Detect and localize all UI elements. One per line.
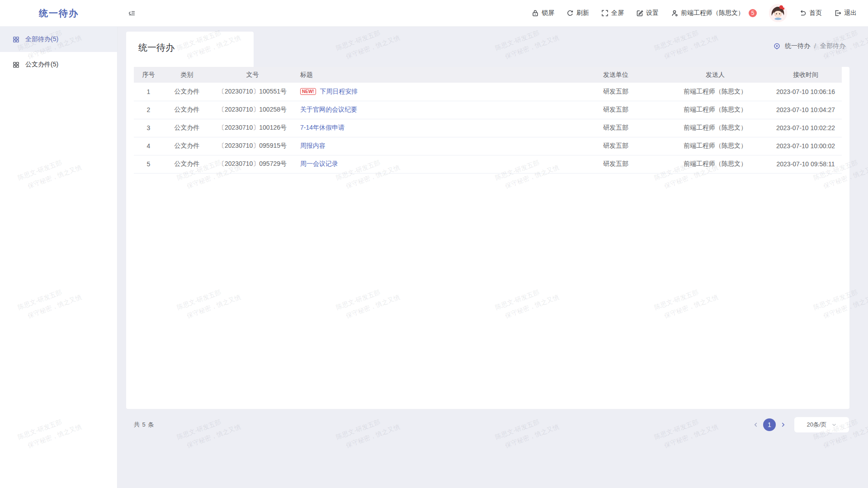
- grid-icon: [13, 36, 19, 43]
- cell-time: 2023-07-10 10:02:22: [769, 119, 842, 137]
- main-content: 统一待办 / 全部待办 统一待办 序号 类别 文号 标题 发送单位: [118, 27, 868, 488]
- top-header-bar: 统一待办 锁屏: [0, 0, 868, 27]
- document-title-link[interactable]: 周一会议记录: [300, 160, 338, 167]
- refresh-label: 刷新: [576, 9, 589, 17]
- page-size-select[interactable]: 20条/页: [794, 417, 849, 432]
- prev-page-button[interactable]: [753, 422, 759, 428]
- grid-icon: [13, 61, 19, 68]
- cell-doc-no: 〔20230710〕100551号: [211, 83, 294, 101]
- cell-sender: 前端工程师（陈思文）: [661, 137, 769, 155]
- next-page-button[interactable]: [780, 422, 786, 428]
- cell-sender: 前端工程师（陈思文）: [661, 101, 769, 119]
- cell-unit: 研发五部: [571, 83, 661, 101]
- cell-category: 公文办件: [163, 119, 211, 137]
- user-icon: [671, 9, 678, 17]
- todo-table-card: 序号 类别 文号 标题 发送单位 发送人 接收时间 1 公文办件 〔202307…: [126, 67, 849, 409]
- col-header-category: 类别: [163, 67, 211, 83]
- home-back-icon: [799, 9, 807, 17]
- cell-unit: 研发五部: [571, 101, 661, 119]
- cell-index: 1: [134, 83, 163, 101]
- sidebar-collapse-button[interactable]: [128, 9, 135, 17]
- cell-category: 公文办件: [163, 83, 211, 101]
- document-title-link[interactable]: 下周日程安排: [320, 88, 358, 95]
- cell-unit: 研发五部: [571, 155, 661, 173]
- cell-index: 5: [134, 155, 163, 173]
- page-title: 统一待办: [126, 32, 254, 54]
- col-header-index: 序号: [134, 67, 163, 83]
- page-number-button[interactable]: 1: [763, 418, 776, 431]
- menu-fold-icon: [128, 9, 135, 17]
- sidebar-item-document-work[interactable]: 公文办件(5): [0, 52, 117, 77]
- edit-settings-icon: [636, 9, 643, 17]
- lock-screen-button[interactable]: 锁屏: [532, 9, 554, 17]
- sidebar-item-label: 公文办件(5): [25, 61, 58, 69]
- cell-sender: 前端工程师（陈思文）: [661, 155, 769, 173]
- breadcrumb-item-current: 全部待办: [820, 42, 845, 50]
- col-header-sender: 发送人: [661, 67, 769, 83]
- fullscreen-label: 全屏: [611, 9, 624, 17]
- col-header-title: 标题: [294, 67, 571, 83]
- cell-unit: 研发五部: [571, 137, 661, 155]
- sidebar-nav: 全部待办(5) 公文办件(5): [0, 27, 118, 488]
- settings-button[interactable]: 设置: [636, 9, 659, 17]
- cell-time: 2023-07-10 10:06:16: [769, 83, 842, 101]
- sidebar-item-label: 全部待办(5): [25, 35, 58, 43]
- app-logo: 统一待办: [0, 7, 118, 19]
- new-badge: NEW!: [300, 88, 316, 95]
- col-header-doc-no: 文号: [211, 67, 294, 83]
- breadcrumb-separator: /: [814, 42, 816, 50]
- table-row: 5 公文办件 〔20230710〕095729号 周一会议记录 研发五部 前端工…: [134, 155, 842, 173]
- cell-time: 2023-07-10 10:04:27: [769, 101, 842, 119]
- chevron-down-icon: [831, 422, 837, 427]
- user-avatar[interactable]: [769, 4, 787, 22]
- logout-icon: [834, 9, 841, 17]
- document-title-link[interactable]: 周报内容: [300, 142, 326, 149]
- col-header-unit: 发送单位: [571, 67, 661, 83]
- cell-time: 2023-07-10 09:58:11: [769, 155, 842, 173]
- document-title-link[interactable]: 7-14年休假申请: [300, 124, 344, 131]
- cell-category: 公文办件: [163, 155, 211, 173]
- user-name-label: 前端工程师（陈思文）: [681, 9, 744, 17]
- cell-doc-no: 〔20230710〕095729号: [211, 155, 294, 173]
- refresh-icon: [566, 9, 574, 17]
- location-pin-icon: [773, 42, 781, 50]
- cell-doc-no: 〔20230710〕095915号: [211, 137, 294, 155]
- sidebar-item-all-todo[interactable]: 全部待办(5): [0, 27, 117, 52]
- cell-title: 7-14年休假申请: [294, 119, 571, 137]
- fullscreen-button[interactable]: 全屏: [601, 9, 624, 17]
- user-menu[interactable]: 前端工程师（陈思文） 5: [671, 9, 757, 17]
- cell-sender: 前端工程师（陈思文）: [661, 119, 769, 137]
- cell-time: 2023-07-10 10:00:02: [769, 137, 842, 155]
- cell-category: 公文办件: [163, 137, 211, 155]
- document-title-link[interactable]: 关于官网的会议纪要: [300, 106, 357, 113]
- cell-title: 周一会议记录: [294, 155, 571, 173]
- cell-title: 周报内容: [294, 137, 571, 155]
- breadcrumb-item-root[interactable]: 统一待办: [785, 42, 810, 50]
- cell-category: 公文办件: [163, 101, 211, 119]
- notification-badge: 5: [749, 9, 757, 17]
- logout-button[interactable]: 退出: [834, 9, 857, 17]
- page-size-value: 20条/页: [807, 421, 826, 429]
- lock-icon: [532, 9, 539, 17]
- table-row: 3 公文办件 〔20230710〕100126号 7-14年休假申请 研发五部 …: [134, 119, 842, 137]
- settings-label: 设置: [646, 9, 659, 17]
- home-button[interactable]: 首页: [799, 9, 822, 17]
- col-header-time: 接收时间: [769, 67, 842, 83]
- logout-label: 退出: [844, 9, 857, 17]
- cell-sender: 前端工程师（陈思文）: [661, 83, 769, 101]
- page-title-panel: 统一待办: [126, 32, 254, 67]
- refresh-button[interactable]: 刷新: [566, 9, 589, 17]
- table-header-row: 序号 类别 文号 标题 发送单位 发送人 接收时间: [134, 67, 842, 83]
- todo-table: 序号 类别 文号 标题 发送单位 发送人 接收时间 1 公文办件 〔202307…: [134, 67, 842, 174]
- cell-index: 3: [134, 119, 163, 137]
- breadcrumb: 统一待办 / 全部待办: [773, 42, 845, 50]
- cell-doc-no: 〔20230710〕100126号: [211, 119, 294, 137]
- table-row: 4 公文办件 〔20230710〕095915号 周报内容 研发五部 前端工程师…: [134, 137, 842, 155]
- toolbar: 锁屏 刷新 全屏: [532, 4, 868, 22]
- cell-index: 2: [134, 101, 163, 119]
- pagination-total: 共 5 条: [134, 421, 154, 429]
- cell-doc-no: 〔20230710〕100258号: [211, 101, 294, 119]
- cell-unit: 研发五部: [571, 119, 661, 137]
- lock-screen-label: 锁屏: [542, 9, 554, 17]
- pagination-bar: 共 5 条 1 20条/页: [134, 417, 849, 433]
